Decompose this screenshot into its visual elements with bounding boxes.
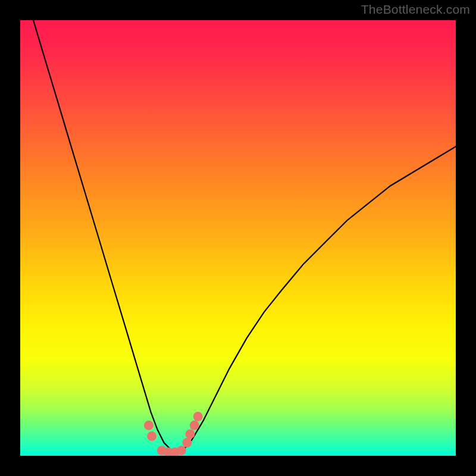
marker-dot bbox=[182, 438, 192, 447]
watermark-text: TheBottleneck.com bbox=[361, 2, 470, 17]
chart-frame: TheBottleneck.com bbox=[0, 0, 476, 476]
marker-dot bbox=[186, 429, 195, 439]
marker-dot bbox=[147, 431, 156, 441]
marker-dot bbox=[144, 421, 154, 430]
marker-dot bbox=[177, 446, 186, 455]
bottleneck-curve bbox=[33, 20, 456, 452]
marker-dot bbox=[190, 421, 199, 430]
plot-area bbox=[20, 20, 456, 456]
curve-layer bbox=[20, 20, 456, 456]
marker-dot bbox=[193, 412, 203, 421]
